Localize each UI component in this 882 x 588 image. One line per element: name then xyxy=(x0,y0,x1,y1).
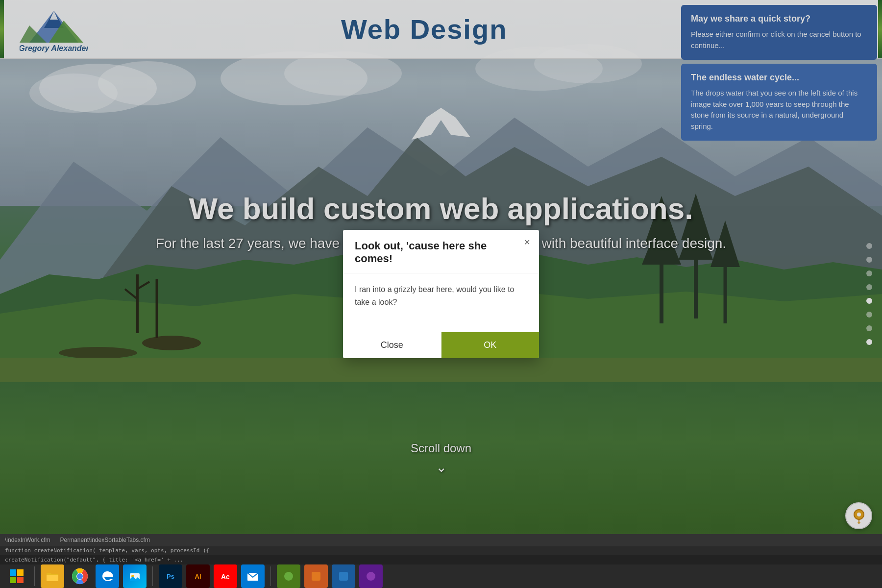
modal-header: Look out, 'cause here she comes! ✕ xyxy=(343,230,539,273)
blue-app-button[interactable] xyxy=(332,564,355,588)
svg-point-49 xyxy=(367,572,375,581)
svg-rect-36 xyxy=(17,569,24,576)
modal-close-button[interactable]: Close xyxy=(343,332,441,358)
acrobat-icon: Ac xyxy=(220,570,231,582)
modal-overlay: Look out, 'cause here she comes! ✕ I ran… xyxy=(0,0,882,588)
svg-rect-38 xyxy=(17,577,24,583)
file-explorer-button[interactable] xyxy=(41,564,64,588)
svg-rect-37 xyxy=(10,577,16,583)
svg-rect-35 xyxy=(10,569,16,576)
modal-footer: Close OK xyxy=(343,332,539,358)
illustrator-button[interactable]: Ai xyxy=(186,564,210,588)
edge-button[interactable] xyxy=(96,564,119,588)
svg-point-46 xyxy=(284,572,293,581)
taskbar-code-2: createNotification("default", { title: '… xyxy=(5,557,183,563)
photos-button[interactable] xyxy=(123,564,147,588)
photos-icon xyxy=(128,569,142,583)
chrome-button[interactable] xyxy=(68,564,92,588)
mail-icon xyxy=(246,570,259,583)
windows-icon xyxy=(9,568,24,584)
svg-rect-48 xyxy=(339,572,348,581)
orange-app-icon xyxy=(310,570,322,582)
taskbar-status-bar: \indexInWork.cfm Permanent\indexSortable… xyxy=(0,534,882,546)
green-app-button[interactable] xyxy=(277,564,300,588)
blue-app-icon xyxy=(338,570,349,582)
taskbar-code-1: function createNotification( template, v… xyxy=(5,547,209,554)
mail-button[interactable] xyxy=(241,564,265,588)
taskbar-url-2: Permanent\indexSortableTabs.cfm xyxy=(60,537,149,543)
taskbar-separator-2 xyxy=(152,566,153,586)
modal-message: I ran into a grizzly bear here, would yo… xyxy=(355,283,527,308)
start-button[interactable] xyxy=(5,564,28,588)
purple-app-button[interactable] xyxy=(359,564,383,588)
purple-app-icon xyxy=(365,570,377,582)
green-app-icon xyxy=(283,570,294,582)
folder-icon xyxy=(46,569,59,583)
taskbar-code-bar: function createNotification( template, v… xyxy=(0,546,882,556)
taskbar-icons-row: Ps Ai Ac xyxy=(0,564,882,588)
orange-app-button[interactable] xyxy=(304,564,328,588)
acrobat-button[interactable]: Ac xyxy=(214,564,237,588)
svg-text:Ac: Ac xyxy=(221,573,230,581)
photoshop-label: Ps xyxy=(167,573,174,580)
svg-point-41 xyxy=(77,573,83,579)
modal-title: Look out, 'cause here she comes! xyxy=(355,240,527,265)
chrome-icon xyxy=(71,567,89,585)
taskbar: \indexInWork.cfm Permanent\indexSortable… xyxy=(0,534,882,588)
taskbar-code-bar-2: createNotification("default", { title: '… xyxy=(0,555,882,564)
modal-ok-button[interactable]: OK xyxy=(441,332,539,358)
svg-rect-47 xyxy=(312,572,320,581)
photoshop-button[interactable]: Ps xyxy=(159,564,182,588)
taskbar-separator-3 xyxy=(270,566,271,586)
modal-x-close-button[interactable]: ✕ xyxy=(524,239,530,246)
taskbar-url-1: \indexInWork.cfm xyxy=(5,537,50,543)
modal-body: I ran into a grizzly bear here, would yo… xyxy=(343,273,539,332)
taskbar-separator-1 xyxy=(34,566,35,586)
modal-dialog: Look out, 'cause here she comes! ✕ I ran… xyxy=(343,230,539,358)
illustrator-label: Ai xyxy=(195,573,201,580)
edge-icon xyxy=(100,569,114,583)
